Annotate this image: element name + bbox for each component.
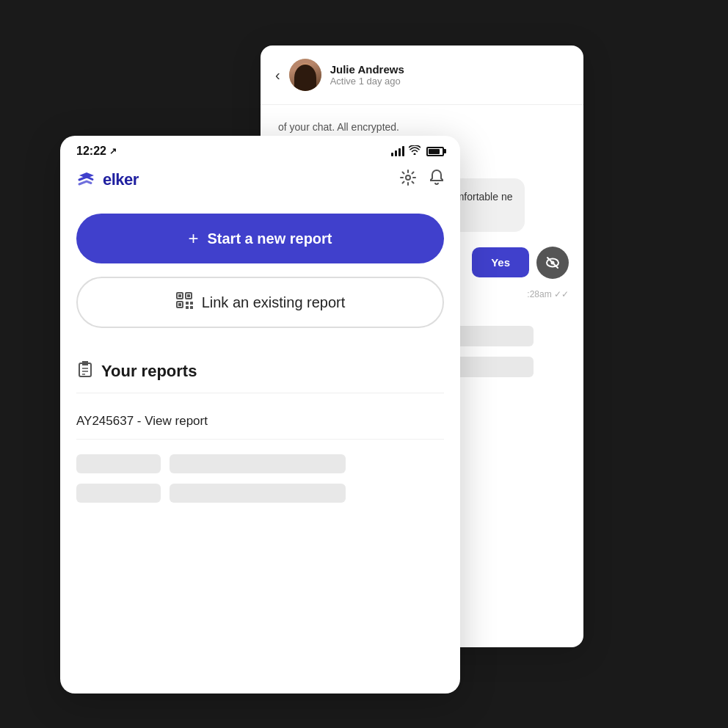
- bell-icon[interactable]: [429, 170, 444, 190]
- placeholder-block: [76, 454, 161, 473]
- placeholder-row-2: [76, 484, 444, 503]
- placeholder-block: [76, 484, 161, 503]
- chat-user-name: Julie Andrews: [330, 63, 569, 76]
- header-icons: [400, 170, 444, 190]
- status-bar: 12:22 ↗: [60, 136, 460, 164]
- start-new-report-button[interactable]: + Start a new report: [76, 214, 444, 263]
- chat-header: ‹ Julie Andrews Active 1 day ago: [261, 46, 583, 105]
- app-main: + Start a new report Link an existi: [60, 202, 460, 360]
- qr-icon: [175, 291, 193, 313]
- location-icon: ↗: [109, 146, 117, 156]
- reports-placeholder: [60, 440, 460, 517]
- hide-button[interactable]: [536, 247, 569, 279]
- start-new-report-label: Start a new report: [207, 230, 332, 247]
- svg-rect-7: [187, 294, 190, 297]
- reports-section: Your reports AY245637 - View report: [60, 360, 460, 440]
- wifi-icon: [409, 145, 421, 157]
- elker-logo-icon: [76, 170, 97, 190]
- status-icons: [391, 145, 444, 157]
- back-button[interactable]: ‹: [275, 67, 280, 84]
- placeholder-block: [170, 484, 346, 503]
- reports-header: Your reports: [76, 360, 444, 382]
- status-time: 12:22 ↗: [76, 145, 117, 158]
- svg-rect-12: [186, 306, 189, 309]
- placeholder-block: [170, 454, 346, 473]
- svg-rect-10: [186, 302, 189, 305]
- chat-info-text: of your chat. All encrypted.: [275, 120, 569, 135]
- svg-point-3: [406, 175, 410, 180]
- app-card: 12:22 ↗: [60, 136, 460, 694]
- svg-rect-11: [190, 302, 193, 305]
- svg-rect-9: [178, 303, 181, 306]
- chat-user-info: Julie Andrews Active 1 day ago: [330, 63, 569, 87]
- placeholder-row-1: [76, 454, 444, 473]
- battery-icon: [426, 147, 444, 156]
- svg-rect-13: [190, 306, 193, 309]
- reports-clipboard-icon: [76, 360, 94, 382]
- chat-user-status: Active 1 day ago: [330, 76, 569, 87]
- plus-icon: +: [188, 228, 198, 249]
- signal-icon: [391, 146, 404, 156]
- settings-icon[interactable]: [400, 170, 416, 190]
- app-header: elker: [60, 164, 460, 202]
- reports-divider: [76, 393, 444, 393]
- elker-logo: elker: [76, 170, 139, 190]
- yes-button[interactable]: Yes: [472, 247, 529, 277]
- reports-title: Your reports: [101, 362, 197, 381]
- avatar: [289, 59, 321, 91]
- report-item[interactable]: AY245637 - View report: [76, 404, 444, 440]
- link-existing-report-label: Link an existing report: [202, 294, 346, 311]
- svg-rect-5: [178, 294, 181, 297]
- link-existing-report-button[interactable]: Link an existing report: [76, 277, 444, 328]
- elker-logo-text: elker: [103, 170, 139, 189]
